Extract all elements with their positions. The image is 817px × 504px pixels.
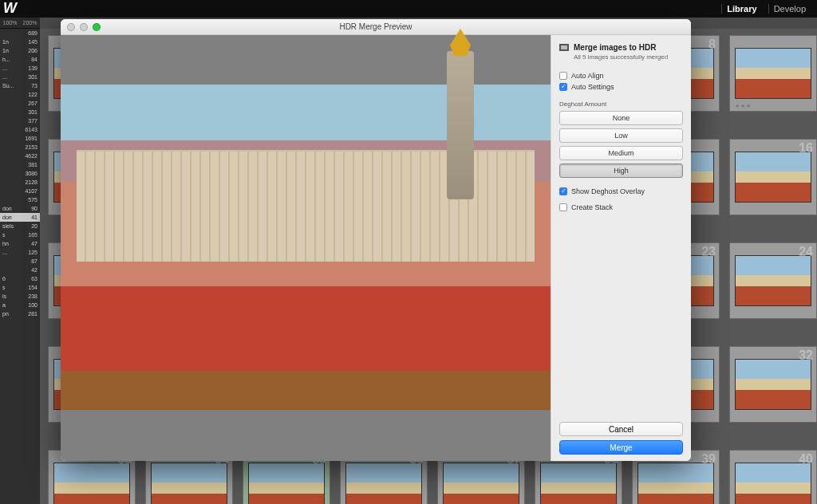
deghost-high-button[interactable]: High <box>559 163 683 178</box>
photos-icon <box>559 44 569 51</box>
checkbox-icon <box>559 72 567 80</box>
auto-settings-checkbox[interactable]: Auto Settings <box>559 81 683 93</box>
checkbox-icon <box>559 187 567 195</box>
show-deghost-overlay-checkbox[interactable]: Show Deghost Overlay <box>559 186 683 197</box>
nav-develop[interactable]: Develop <box>768 4 811 14</box>
grid-thumb[interactable]: 16 <box>729 139 817 215</box>
merge-options-panel: Merge images to HDR All 5 images success… <box>551 35 691 461</box>
nav-library[interactable]: Library <box>721 4 761 14</box>
hdr-merge-dialog: HDR Merge Preview Merge images to HDR Al… <box>61 19 691 461</box>
preview-image <box>61 85 551 410</box>
zoom-200[interactable]: 200% <box>23 20 37 26</box>
auto-align-checkbox[interactable]: Auto Align <box>559 70 683 81</box>
dialog-title: HDR Merge Preview <box>61 22 691 31</box>
dialog-titlebar[interactable]: HDR Merge Preview <box>61 19 691 35</box>
auto-align-label: Auto Align <box>571 72 604 80</box>
merge-button[interactable]: Merge <box>559 440 683 455</box>
folder-panel[interactable]: 689 1n145 1n206 h...84 ...139 ...301 Su.… <box>0 29 40 504</box>
merge-status: All 5 images successfully merged <box>559 53 683 61</box>
panel-heading: Merge images to HDR <box>574 43 656 52</box>
app-logo: W <box>0 0 817 18</box>
deghost-low-button[interactable]: Low <box>559 128 683 143</box>
deghost-amount-label: Deghost Amount <box>559 100 683 108</box>
auto-settings-label: Auto Settings <box>571 83 614 91</box>
cancel-button[interactable]: Cancel <box>559 422 683 436</box>
checkbox-icon <box>559 203 567 211</box>
deghost-none-button[interactable]: None <box>559 111 683 125</box>
create-stack-checkbox[interactable]: Create Stack <box>559 202 683 213</box>
grid-thumb[interactable]: 24 <box>729 242 817 319</box>
merge-preview[interactable] <box>61 35 551 461</box>
grid-thumb[interactable]: 40 <box>729 450 817 504</box>
grid-thumb[interactable]: 32 <box>729 346 817 423</box>
folder-selected[interactable]: don41 <box>0 213 40 222</box>
show-overlay-label: Show Deghost Overlay <box>571 187 645 195</box>
zoom-indicator: 100% 200% <box>0 18 40 29</box>
grid-thumb[interactable]: ★★★ <box>729 35 817 112</box>
checkbox-icon <box>559 83 567 91</box>
zoom-100[interactable]: 100% <box>3 20 18 26</box>
deghost-medium-button[interactable]: Medium <box>559 146 683 160</box>
create-stack-label: Create Stack <box>571 203 613 211</box>
module-switcher: Library Develop <box>721 0 811 18</box>
